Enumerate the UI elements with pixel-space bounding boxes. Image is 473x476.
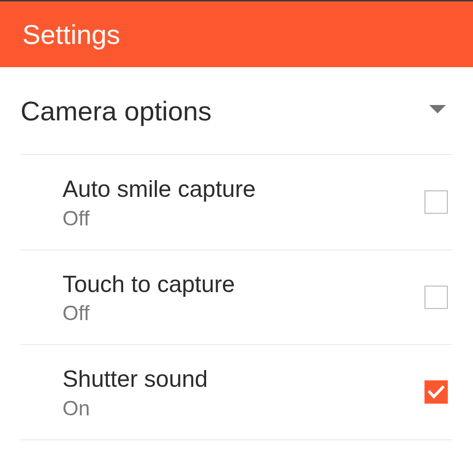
page-title: Settings [22, 19, 120, 50]
checkbox-touch-capture[interactable] [424, 286, 448, 309]
option-text: Shutter sound On [63, 364, 208, 420]
checkbox-auto-smile[interactable] [424, 190, 448, 214]
checkbox-shutter-sound[interactable] [424, 380, 448, 404]
option-shutter-sound[interactable]: Shutter sound On [21, 345, 452, 440]
option-text: Touch to capture Off [63, 270, 235, 325]
section-camera-title: Camera options [21, 95, 211, 126]
option-title: Touch to capture [63, 270, 235, 299]
settings-content: Camera options Auto smile capture Off To… [0, 67, 473, 476]
option-status: Off [63, 207, 256, 230]
section-volume-button-options[interactable]: Volume button options [21, 459, 452, 476]
option-auto-smile-capture[interactable]: Auto smile capture Off [21, 155, 452, 250]
option-status: Off [63, 301, 235, 325]
spacer [21, 440, 452, 459]
checkmark-icon [427, 383, 445, 401]
option-title: Auto smile capture [63, 175, 256, 204]
chevron-down-icon [429, 105, 446, 117]
option-title: Shutter sound [63, 364, 208, 394]
settings-header: Settings [0, 0, 473, 67]
option-text: Auto smile capture Off [63, 175, 256, 230]
option-status: On [63, 397, 208, 420]
section-camera-options[interactable]: Camera options [21, 67, 452, 155]
option-touch-to-capture[interactable]: Touch to capture Off [21, 250, 452, 345]
